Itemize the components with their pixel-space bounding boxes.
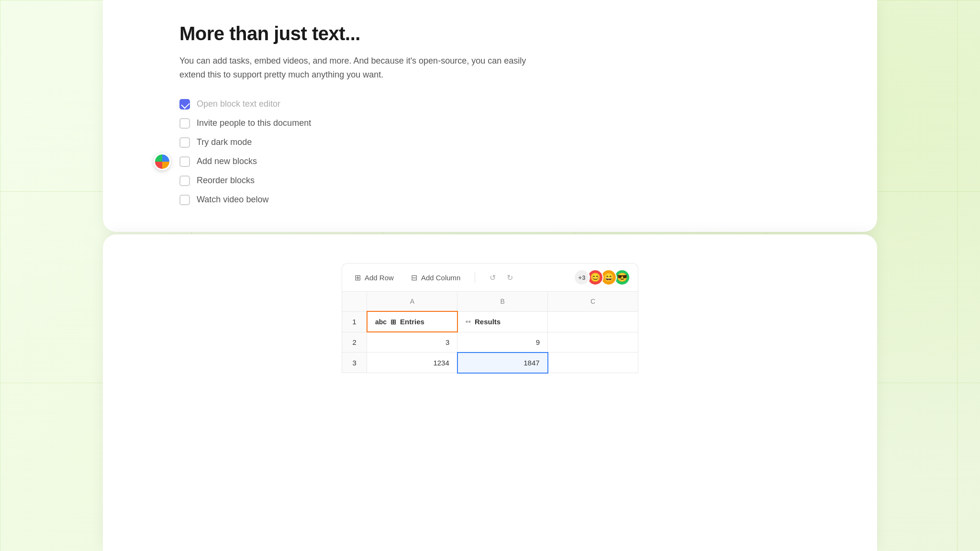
add-row-button[interactable]: ⊞ Add Row [350, 270, 399, 285]
list-item: Invite people to this document [179, 118, 801, 129]
checklist-label-reorder: Reorder blocks [197, 176, 255, 186]
add-row-icon: ⊞ [355, 273, 361, 282]
list-item: Try dark mode [179, 137, 801, 148]
entries-content: abc ⊞ Entries [375, 318, 449, 326]
spreadsheet-container: ⊞ Add Row ⊟ Add Column ↺ ↻ +3 [342, 263, 638, 374]
table-row: 1 abc ⊞ Entries •• Results [342, 311, 638, 332]
cell-2b[interactable]: 9 [457, 332, 548, 353]
results-content: •• Results [466, 318, 540, 326]
checkbox-reorder[interactable] [179, 176, 190, 186]
entries-text-icon: abc [375, 318, 387, 326]
bottom-section: ⊞ Add Row ⊟ Add Column ↺ ↻ +3 [0, 234, 980, 551]
top-card: More than just text... You can add tasks… [103, 0, 877, 232]
list-item: Watch video below [179, 195, 801, 205]
page-title: More than just text... [179, 23, 801, 44]
bottom-card: ⊞ Add Row ⊟ Add Column ↺ ↻ +3 [103, 234, 877, 551]
toolbar-divider [475, 272, 475, 283]
checklist-label-open-block: Open block text editor [197, 99, 280, 109]
add-column-label: Add Column [421, 274, 461, 282]
cursor-avatar [154, 153, 171, 170]
list-item: Open block text editor [179, 99, 801, 110]
col-header-empty [342, 292, 367, 312]
checkbox-invite[interactable] [179, 118, 190, 129]
results-dots-icon: •• [466, 318, 471, 326]
checklist-label-watch-video: Watch video below [197, 195, 268, 205]
row-number-3: 3 [342, 353, 367, 373]
cell-3b-highlighted[interactable]: 1847 [457, 353, 548, 373]
avatar-group: +3 [574, 269, 630, 286]
cell-3c[interactable] [548, 353, 638, 373]
page-description: You can add tasks, embed videos, and mor… [179, 54, 543, 82]
table-toolbar: ⊞ Add Row ⊟ Add Column ↺ ↻ +3 [342, 263, 638, 291]
entries-header-cell[interactable]: abc ⊞ Entries [367, 311, 457, 332]
entries-label: Entries [400, 318, 424, 326]
checkbox-add-blocks[interactable] [179, 156, 190, 167]
undo-redo-group: ↺ ↻ [485, 270, 517, 285]
cell-2c[interactable] [548, 332, 638, 353]
cell-3a[interactable]: 1234 [367, 353, 457, 373]
checklist-label-invite: Invite people to this document [197, 118, 311, 128]
undo-button[interactable]: ↺ [485, 270, 500, 285]
row-number-2: 2 [342, 332, 367, 353]
redo-button[interactable]: ↻ [502, 270, 517, 285]
data-table: A B C 1 abc ⊞ Entries [342, 291, 638, 374]
results-header-cell[interactable]: •• Results [457, 311, 548, 332]
list-item: Add new blocks [179, 156, 801, 167]
avatar-count-badge: +3 [574, 269, 590, 286]
add-column-button[interactable]: ⊟ Add Column [406, 270, 466, 285]
add-column-icon: ⊟ [411, 273, 417, 282]
checkbox-open-block[interactable] [179, 99, 190, 110]
checkbox-watch-video[interactable] [179, 195, 190, 205]
row-number-1: 1 [342, 311, 367, 332]
checkbox-dark-mode[interactable] [179, 137, 190, 148]
col-header-a: A [367, 292, 457, 312]
entries-grid-icon: ⊞ [390, 318, 396, 326]
results-label: Results [475, 318, 501, 326]
table-row: 2 3 9 [342, 332, 638, 353]
checklist-label-dark-mode: Try dark mode [197, 137, 252, 147]
col-header-b: B [457, 292, 548, 312]
checklist-label-add-blocks: Add new blocks [197, 156, 257, 166]
checklist: Open block text editor Invite people to … [179, 99, 801, 205]
list-item: Reorder blocks [179, 176, 801, 186]
add-row-label: Add Row [365, 274, 394, 282]
cell-2a[interactable]: 3 [367, 332, 457, 353]
table-row: 3 1234 1847 [342, 353, 638, 373]
col-header-c: C [548, 292, 638, 312]
col-c-header-cell[interactable] [548, 311, 638, 332]
